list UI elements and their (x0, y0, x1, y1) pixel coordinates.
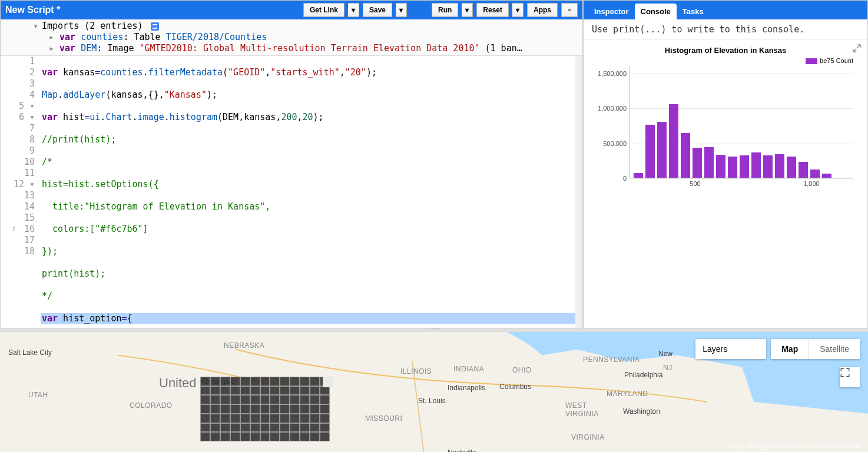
collapse-icon[interactable]: ▾ (33, 21, 38, 32)
layers-input[interactable] (695, 339, 766, 359)
editor-titlebar: New Script * Get Link▾ Save▾ Run▾ Reset▾… (1, 1, 582, 19)
chart-output: Histogram of Elevation in Kansas be75 Co… (584, 40, 867, 184)
code-lines[interactable]: var kansas=counties.filterMetadata("GEOI… (41, 56, 582, 328)
map-view-button[interactable]: Map (771, 339, 809, 359)
reset-button[interactable]: Reset (476, 3, 509, 17)
fullscreen-button[interactable] (840, 367, 860, 387)
run-dropdown[interactable]: ▾ (462, 3, 473, 17)
legend-swatch (806, 58, 817, 64)
save-dropdown[interactable]: ▾ (396, 3, 407, 17)
watermark: https://blog.csdn.net/zhebushibiaoshifu (728, 441, 860, 450)
maptype-control: Map Satellite (771, 339, 860, 359)
doc-icon[interactable] (151, 22, 159, 31)
code-editor[interactable]: 12345 ▾6 ▾789101112 ▾131415i161718 var k… (1, 56, 582, 328)
scrollbar[interactable] (575, 56, 582, 328)
imports-section[interactable]: ▾ Imports (2 entries) ▸ var counties: Ta… (1, 19, 582, 56)
layers-control[interactable] (695, 339, 766, 359)
console-hint: Use print(...) to write to this console. (584, 19, 867, 40)
chart-legend: be75 Count (592, 57, 859, 64)
get-link-dropdown[interactable]: ▾ (348, 3, 359, 17)
map-controls: Map Satellite (695, 339, 860, 359)
city-label: Salt Lake City (8, 348, 52, 357)
satellite-view-button[interactable]: Satellite (809, 339, 860, 359)
reset-dropdown[interactable]: ▾ (512, 3, 524, 17)
tab-inspector[interactable]: Inspector (588, 4, 635, 19)
get-link-button[interactable]: Get Link (303, 3, 344, 17)
info-icon[interactable]: i (11, 224, 15, 235)
tab-console[interactable]: Console (635, 4, 677, 19)
right-panel: Inspector Console Tasks Use print(...) t… (583, 0, 868, 328)
code-editor-pane: New Script * Get Link▾ Save▾ Run▾ Reset▾… (0, 0, 583, 328)
save-button[interactable]: Save (363, 3, 392, 17)
right-tabs: Inspector Console Tasks (584, 1, 867, 19)
expand-icon[interactable]: ▸ (49, 32, 59, 42)
script-title: New Script * (5, 5, 300, 15)
kansas-overlay (200, 377, 330, 441)
gear-icon (568, 6, 571, 14)
expand-chart-icon[interactable] (852, 44, 862, 53)
fullscreen-icon (840, 367, 850, 378)
chart-plot[interactable]: 0500,0001,000,0001,500,0005001,000 (630, 67, 853, 178)
expand-icon[interactable]: ▸ (49, 43, 59, 54)
line-gutter: 12345 ▾6 ▾789101112 ▾131415i161718 (1, 56, 41, 328)
run-button[interactable]: Run (432, 3, 458, 17)
settings-button[interactable] (561, 3, 578, 17)
tab-tasks[interactable]: Tasks (677, 4, 710, 19)
chart-title: Histogram of Elevation in Kansas (592, 46, 859, 55)
imports-heading: Imports (2 entries) (42, 21, 143, 31)
apps-button[interactable]: Apps (527, 3, 558, 17)
map-view[interactable]: United States Salt Lake City UTAH COLORA… (0, 331, 868, 452)
